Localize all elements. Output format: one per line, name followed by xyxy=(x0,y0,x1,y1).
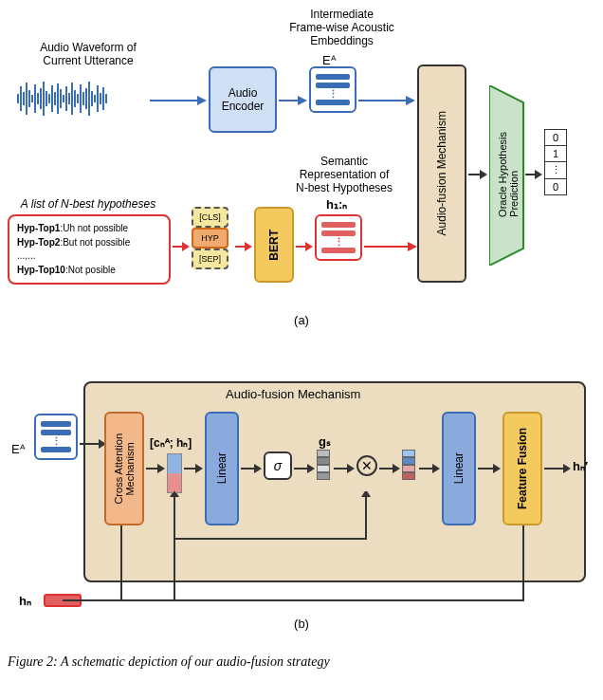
arrow-icon xyxy=(478,461,501,476)
audio-fusion-block: Audio-fusion Mechanism xyxy=(417,64,466,283)
diagram-b: Audio-fusion Mechanism Eᴬ ⋮ hₙ Cross Att… xyxy=(8,359,595,643)
arrow-icon xyxy=(364,239,417,254)
arrow-connector xyxy=(167,491,372,548)
arrow-icon xyxy=(146,461,165,476)
svg-marker-33 xyxy=(347,464,355,473)
concat-label: [cₙᴬ; hₙ] xyxy=(150,436,192,450)
svg-marker-7 xyxy=(182,242,190,251)
arrow-icon xyxy=(525,167,542,182)
output-vector: 0 1 ⋮ 0 xyxy=(544,129,567,195)
hypotheses-list: Hyp-Top1:Uh not possible Hyp-Top2:But no… xyxy=(8,214,171,285)
fusion-title: Audio-fusion Mechanism xyxy=(226,387,360,401)
arrow-icon xyxy=(296,239,313,254)
arrow-icon xyxy=(235,239,252,254)
linear-block-2: Linear xyxy=(442,412,476,525)
token-stack: [CLS] HYP [SEP] xyxy=(192,207,228,269)
svg-marker-15 xyxy=(480,170,487,179)
nbest-label: A list of N-best hypotheses xyxy=(8,197,169,211)
audio-waveform-label: Audio Waveform ofCurrent Utterance xyxy=(17,41,159,67)
svg-marker-18 xyxy=(535,170,542,179)
arrow-icon xyxy=(544,461,571,476)
arrow-icon xyxy=(379,461,400,476)
concat-vector-icon xyxy=(167,453,182,493)
hn-symbol: hₙ xyxy=(19,594,31,608)
oracle-label: Oracle HypothesisPrediction xyxy=(495,99,521,250)
arrow-icon xyxy=(80,436,106,451)
sigma-block: σ xyxy=(264,451,292,480)
hyp-row: Hyp-Top2:But not possible xyxy=(17,236,161,250)
multiply-icon: ✕ xyxy=(356,455,377,476)
svg-marker-27 xyxy=(195,464,203,473)
hyp-token: HYP xyxy=(192,228,228,249)
h1n-symbol: h₁:ₙ xyxy=(326,197,347,212)
audio-encoder-block: AudioEncoder xyxy=(209,66,277,133)
svg-marker-13 xyxy=(408,242,417,251)
out-cell: 0 xyxy=(545,179,566,194)
subfigure-label-b: (b) xyxy=(8,617,595,631)
svg-marker-34 xyxy=(361,491,371,497)
arrow-icon xyxy=(150,93,207,108)
hyp-row: Hyp-Top1:Uh not possible xyxy=(17,222,161,236)
svg-marker-25 xyxy=(157,464,165,473)
arrow-icon xyxy=(294,461,315,476)
svg-marker-1 xyxy=(197,96,207,105)
out-cell: 1 xyxy=(545,146,566,162)
arrow-icon xyxy=(279,93,307,108)
ea-symbol-b: Eᴬ xyxy=(11,442,26,456)
ea-embeddings-b-icon: ⋮ xyxy=(34,414,78,460)
svg-marker-11 xyxy=(305,242,313,251)
arrow-icon xyxy=(358,93,415,108)
arrow-icon xyxy=(334,461,355,476)
svg-marker-42 xyxy=(563,464,571,473)
gs-vector-icon xyxy=(317,450,330,480)
out-cell: ⋮ xyxy=(545,162,566,179)
arrow-icon xyxy=(173,239,190,254)
ea-symbol-top: Eᴬ xyxy=(322,53,337,67)
diagram-a: Audio Waveform ofCurrent Utterance Inter… xyxy=(8,8,595,340)
hyp-row: Hyp-Top10:Not posible xyxy=(17,264,161,278)
sep-token: [SEP] xyxy=(192,249,228,269)
svg-marker-40 xyxy=(493,464,501,473)
h-embeddings-icon: ⋮ xyxy=(315,214,362,261)
figure-caption: Figure 2: A schematic depiction of our a… xyxy=(8,654,595,670)
arrow-icon xyxy=(419,461,440,476)
svg-marker-5 xyxy=(406,96,415,105)
arrow-icon xyxy=(241,461,262,476)
semantic-rep-label: SemanticRepresentation ofN-best Hypothes… xyxy=(283,155,406,194)
cls-token: [CLS] xyxy=(192,207,228,228)
audio-waveform-icon xyxy=(17,80,107,118)
svg-marker-38 xyxy=(432,464,440,473)
arrow-icon xyxy=(468,167,487,182)
arrow-icon xyxy=(184,461,203,476)
svg-marker-31 xyxy=(307,464,315,473)
bert-block: BERT xyxy=(254,207,294,283)
gs-label: gₛ xyxy=(319,434,331,449)
intermediate-embeddings-label: IntermediateFrame-wise AcousticEmbedding… xyxy=(268,8,415,47)
gated-vector-icon xyxy=(402,450,415,480)
hn-prime-symbol: hₙ′ xyxy=(573,459,588,473)
hyp-row: ...,... xyxy=(17,249,161,264)
feature-fusion-block: Feature Fusion xyxy=(502,412,542,525)
ea-embeddings-icon: ⋮ xyxy=(309,66,356,113)
svg-marker-29 xyxy=(254,464,262,473)
out-cell: 0 xyxy=(545,130,566,146)
svg-marker-3 xyxy=(298,96,307,105)
svg-marker-9 xyxy=(245,242,252,251)
svg-marker-36 xyxy=(393,464,400,473)
subfigure-label-a: (a) xyxy=(8,313,595,327)
cross-attention-block: Cross AttentionMechanism xyxy=(104,412,144,525)
